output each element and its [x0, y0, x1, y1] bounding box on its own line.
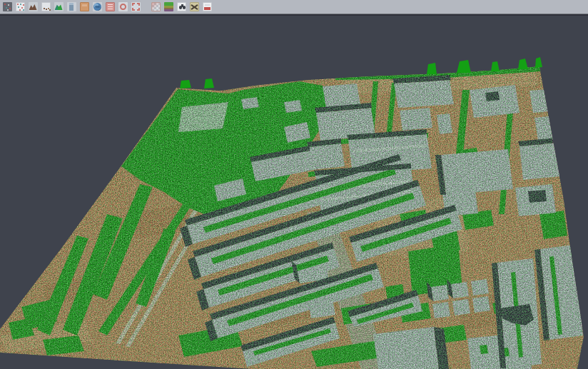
globe-button[interactable] — [91, 1, 103, 14]
colored-surface-button[interactable] — [53, 1, 65, 14]
classify-points-icon — [16, 2, 25, 11]
zoom-extent-icon — [131, 2, 141, 11]
class-raster-button[interactable] — [163, 1, 175, 14]
3d-viewport[interactable] — [0, 0, 588, 369]
zoom-extent-button[interactable] — [130, 1, 142, 14]
ground-points-icon — [41, 2, 51, 11]
toolbar — [0, 0, 588, 14]
point-cloud-icon — [3, 2, 12, 11]
point-cloud-button[interactable] — [1, 1, 14, 14]
binoculars-icon — [177, 2, 186, 11]
attribute-table-icon — [106, 2, 115, 11]
orthoimage-button[interactable] — [78, 1, 91, 14]
colored-surface-icon — [54, 2, 64, 11]
classify-points-button[interactable] — [14, 1, 26, 14]
measure-button[interactable] — [188, 1, 201, 14]
transparency-button[interactable] — [150, 1, 162, 14]
cross-section-button[interactable] — [66, 1, 78, 14]
delete-row-icon — [203, 2, 212, 11]
application-window — [0, 0, 588, 369]
globe-icon — [93, 2, 102, 11]
terrain-model-icon — [29, 2, 38, 11]
binoculars-button[interactable] — [176, 1, 188, 14]
scene-canvas — [0, 0, 588, 369]
attribute-table-button[interactable] — [104, 1, 116, 14]
circle-select-icon — [118, 2, 128, 11]
class-raster-icon — [164, 2, 173, 11]
transparency-icon — [151, 2, 161, 11]
cross-section-icon — [67, 2, 76, 11]
orthoimage-icon — [80, 2, 89, 11]
delete-row-button[interactable] — [201, 1, 213, 14]
ground-points-button[interactable] — [40, 1, 52, 14]
measure-icon — [190, 2, 199, 11]
terrain-model-button[interactable] — [27, 1, 39, 14]
circle-select-button[interactable] — [117, 1, 129, 14]
